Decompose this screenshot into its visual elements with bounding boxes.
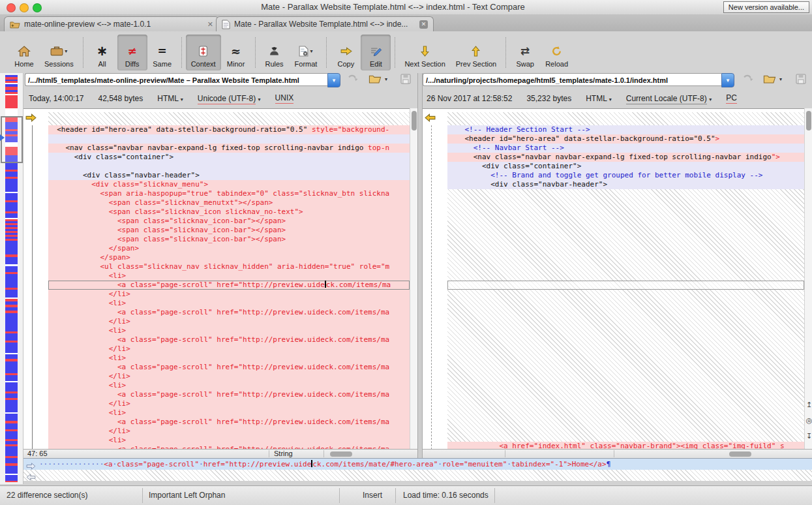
- code-line[interactable]: <a class="page-scroll" href="http://prev…: [48, 418, 410, 427]
- left-folder-dropdown-icon[interactable]: ▾: [385, 76, 387, 82]
- diffs-filter-button[interactable]: ≠ Diffs: [117, 35, 147, 70]
- reload-button[interactable]: Reload: [540, 35, 573, 70]
- tab-text-compare-active[interactable]: Mate - Parallax Website Template.html <-…: [216, 16, 434, 31]
- code-line[interactable]: <div class="navbar-header">: [48, 171, 410, 180]
- code-line[interactable]: <span class="slicknav_icon-bar"></span>: [48, 217, 410, 226]
- right-format-dropdown[interactable]: HTML ▾: [586, 94, 612, 103]
- left-vscroll-thumb[interactable]: [412, 111, 417, 130]
- code-line[interactable]: <!-- Navbar Start -->: [447, 144, 804, 153]
- code-line[interactable]: ···············<a·class="page-scroll"·hr…: [23, 459, 812, 470]
- prev-section-button[interactable]: Prev Section: [451, 35, 502, 70]
- right-open-folder-icon[interactable]: [763, 74, 776, 86]
- matching-lines-hatch[interactable]: [447, 189, 804, 442]
- left-open-folder-icon[interactable]: [368, 74, 382, 86]
- left-format-dropdown[interactable]: HTML ▾: [157, 94, 183, 103]
- matching-lines-hatch[interactable]: [447, 112, 804, 125]
- left-line-ending[interactable]: UNIX: [275, 93, 294, 104]
- right-line-ending[interactable]: PC: [726, 93, 737, 104]
- right-folder-dropdown-icon[interactable]: ▾: [779, 76, 782, 82]
- code-line[interactable]: <li>: [48, 408, 410, 418]
- code-line[interactable]: <a class="page-scroll" href="http://prev…: [48, 363, 410, 372]
- code-line[interactable]: <a class="page-scroll" href="http://prev…: [48, 281, 410, 290]
- code-line[interactable]: <li>: [48, 271, 410, 281]
- code-line[interactable]: <span aria-haspopup="true" tabindex="0" …: [48, 189, 410, 198]
- code-line[interactable]: <!-- Brand and toggle get grouped for be…: [447, 171, 804, 180]
- right-encoding-dropdown[interactable]: Current Locale (UTF-8) ▾: [626, 94, 712, 103]
- code-line[interactable]: <header id="hero-area" data-stellar-back…: [48, 125, 410, 134]
- right-path-dropdown-button[interactable]: ▾: [721, 73, 734, 87]
- left-section-arrow-icon[interactable]: [25, 113, 37, 125]
- code-line[interactable]: </li>: [48, 344, 410, 354]
- left-encoding-dropdown[interactable]: Unicode (UTF-8) ▾: [198, 94, 261, 103]
- right-save-icon[interactable]: [796, 74, 806, 87]
- minor-button[interactable]: ≈ Minor: [221, 35, 251, 70]
- code-line[interactable]: <span class="slicknav_menutxt"></span>: [48, 198, 410, 207]
- code-line[interactable]: <div class="container">: [447, 162, 804, 171]
- code-line[interactable]: <li>: [48, 326, 410, 335]
- right-hscroll-thumb[interactable]: [729, 451, 751, 457]
- code-line[interactable]: [48, 134, 410, 144]
- code-line[interactable]: </span>: [48, 253, 410, 262]
- scroll-top-button[interactable]: ↥: [805, 398, 812, 411]
- line-detail-pane[interactable]: ···············<a·class="page-scroll"·hr…: [23, 458, 812, 481]
- left-hscroll-thumb[interactable]: [330, 451, 352, 457]
- right-vscroll-thumb[interactable]: [806, 111, 811, 130]
- matching-lines-hatch[interactable]: [23, 470, 812, 481]
- right-section-arrow-icon[interactable]: [425, 113, 436, 125]
- code-line[interactable]: <li>: [48, 299, 410, 308]
- code-line[interactable]: </li>: [48, 317, 410, 326]
- all-filter-button[interactable]: ∗ All: [87, 35, 117, 70]
- right-code-pane[interactable]: <!-- Header Section Start --> <header id…: [447, 108, 804, 450]
- next-section-button[interactable]: Next Section: [399, 35, 450, 70]
- code-line[interactable]: <!-- Header Section Start -->: [447, 125, 804, 134]
- swap-button[interactable]: ⇄ Swap: [510, 35, 540, 70]
- code-line[interactable]: <a class="page-scroll" href="http://prev…: [48, 335, 410, 344]
- code-line[interactable]: <li>: [48, 436, 410, 445]
- code-line[interactable]: <span class="slicknav_icon slicknav_no-t…: [48, 207, 410, 217]
- left-code-pane[interactable]: <header id="hero-area" data-stellar-back…: [48, 108, 410, 450]
- code-line[interactable]: <li>: [48, 354, 410, 363]
- scroll-lock-button[interactable]: ◎: [805, 414, 812, 427]
- code-line[interactable]: <div class="container">: [48, 153, 410, 162]
- code-line[interactable]: <span class="slicknav_icon-bar"></span>: [48, 235, 410, 244]
- code-line[interactable]: <div class="navbar-header">: [447, 180, 804, 189]
- diff-overview-map[interactable]: [0, 73, 23, 484]
- left-path-dropdown-button[interactable]: ▾: [327, 73, 340, 87]
- code-line[interactable]: <nav class="navbar navbar-expand-lg fixe…: [48, 144, 410, 153]
- code-line[interactable]: </li>: [48, 399, 410, 408]
- code-line[interactable]: [48, 162, 410, 171]
- update-available-button[interactable]: New version available...: [723, 1, 809, 13]
- code-line[interactable]: <span class="slicknav_icon-bar"></span>: [48, 226, 410, 235]
- code-line[interactable]: <a class="page-scroll" href="http://prev…: [48, 390, 410, 399]
- scroll-bottom-button[interactable]: ↧: [805, 429, 812, 442]
- close-window-button[interactable]: [7, 3, 16, 12]
- matching-lines-hatch[interactable]: [48, 112, 410, 125]
- left-sync-icon[interactable]: [347, 74, 358, 86]
- tab-close-icon[interactable]: ✕: [207, 20, 213, 29]
- edit-button[interactable]: Edit: [361, 35, 391, 70]
- tab-folder-compare[interactable]: mate-online-preview <--> mate-1.0.1 ✕: [4, 16, 219, 31]
- right-path-field[interactable]: /.../naturling/projects/homepage/html5_t…: [423, 73, 721, 86]
- code-line[interactable]: </span>: [48, 244, 410, 253]
- pane-divider[interactable]: [417, 73, 423, 458]
- left-vertical-scrollbar[interactable]: [410, 108, 417, 450]
- same-filter-button[interactable]: = Same: [147, 35, 177, 70]
- home-button[interactable]: Home: [9, 35, 39, 70]
- left-path-field[interactable]: /.../html5_templates/mate-online-preview…: [25, 73, 327, 86]
- sessions-button[interactable]: ▾ Sessions: [39, 35, 79, 70]
- context-button[interactable]: Context: [186, 35, 221, 70]
- code-line[interactable]: <a class="page-scroll" href="http://prev…: [48, 308, 410, 317]
- tab-close-icon[interactable]: ✕: [419, 20, 428, 29]
- code-line[interactable]: </li>: [48, 427, 410, 436]
- zoom-window-button[interactable]: [33, 3, 42, 12]
- code-line[interactable]: <ul class="slicknav_nav slicknav_hidden"…: [48, 262, 410, 271]
- code-line[interactable]: </li>: [48, 372, 410, 381]
- left-save-icon[interactable]: [400, 74, 411, 87]
- code-line[interactable]: <header id="hero-area" data-stellar-back…: [447, 134, 804, 144]
- code-line[interactable]: </li>: [48, 290, 410, 299]
- minimize-window-button[interactable]: [20, 3, 29, 12]
- copy-button[interactable]: Copy: [331, 35, 361, 70]
- right-vertical-scrollbar[interactable]: ↥ ◎ ↧: [804, 108, 812, 450]
- code-line[interactable]: <div class="slicknav_menu">: [48, 180, 410, 189]
- code-line[interactable]: <li>: [48, 381, 410, 390]
